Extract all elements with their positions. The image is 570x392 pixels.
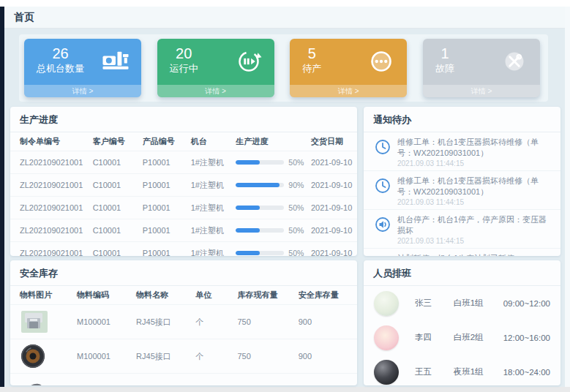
table-row[interactable]: M100001 RJ45接口 个 750 900 (10, 373, 357, 385)
panel-title: 生产进度 (10, 107, 357, 132)
column-header-order-no: 制令单编号 (10, 132, 91, 151)
stat-card-fault[interactable]: 1 故障 详情 > (423, 39, 540, 97)
running-icon (234, 47, 263, 76)
table-row[interactable]: ZL202109021001 C10001 P10001 1#注塑机 90% 2… (10, 173, 357, 196)
stat-label: 待产 (302, 62, 321, 75)
delivery-date-cell: 2021-09-10 (309, 241, 357, 256)
customer-no-cell: C10001 (91, 151, 140, 173)
page-header: 首页 (4, 7, 565, 29)
notification-text: 维修工单：机台1变压器损坏待维修（单号：WX202109031001） (397, 176, 552, 197)
stat-cards-panel: 26 总机台数量 详情 > 20 运行中 (19, 34, 548, 102)
stat-card-total-machines[interactable]: 26 总机台数量 详情 > (24, 39, 141, 97)
schedule-row[interactable]: 张三 白班1组 09:00~12:00 (364, 286, 560, 320)
machine-icon (101, 47, 130, 76)
table-row[interactable]: ZL202109021001 C10001 P10001 1#注塑机 50% 2… (10, 219, 357, 241)
stat-text: 5 待产 (302, 45, 321, 75)
item-image-cell (10, 339, 75, 373)
shift-label: 夜班1组 (454, 366, 503, 377)
panel-title: 人员排班 (364, 260, 560, 286)
safety-stock-cell: 900 (296, 339, 357, 373)
progress-cell: 50% (233, 151, 309, 173)
schedule-row[interactable]: 李四 白班2组 12:00~16:00 (364, 320, 560, 355)
progress-percent: 50% (288, 249, 304, 256)
progress-bar (236, 251, 284, 255)
current-stock-cell: 750 (235, 373, 296, 385)
delivery-date-cell: 2021-09-10 (309, 219, 357, 241)
notification-item[interactable]: 计划暂停：机台1生产计划已暂停 2021.09.03 11:44:15 (364, 248, 560, 256)
column-header-item-image: 物料图片 (10, 286, 75, 304)
stat-card-detail-link[interactable]: 详情 > (423, 85, 540, 97)
column-header-unit: 单位 (193, 286, 235, 304)
dashboard-screen: 首页 26 总机台数量 详情 > 20 (0, 0, 570, 392)
personnel-schedule-panel: 人员排班 张三 白班1组 09:00~12:00 李四 白班2组 12:00~1… (364, 260, 560, 385)
notification-body: 维修工单：机台1变压器损坏待维修（单号：WX202109031001） 2021… (397, 137, 552, 167)
progress-bar (236, 183, 284, 187)
column-header-delivery-date: 交货日期 (309, 132, 357, 151)
item-name-cell: RJ45接口 (134, 339, 193, 373)
speaker-side-image (20, 377, 72, 385)
notifications-panel: 通知待办 维修工单：机台1变压器损坏待维修（单号：WX202109031001）… (364, 107, 560, 256)
item-name-cell: RJ45接口 (134, 304, 193, 339)
speaker-icon (374, 255, 391, 256)
progress-bar (236, 160, 284, 165)
table-row[interactable]: ZL202109021001 C10001 P10001 1#注塑机 50% 2… (10, 196, 357, 219)
top-edge (0, 0, 570, 7)
schedule-row[interactable]: 王五 夜班1组 18:00~24:00 (364, 355, 560, 385)
notification-timestamp: 2021.09.03 11:44:15 (397, 237, 552, 245)
stat-text: 26 总机台数量 (37, 45, 84, 75)
customer-no-cell: C10001 (91, 241, 140, 256)
stat-card-pending[interactable]: 5 待产 详情 > (290, 39, 407, 97)
column-header-current-stock: 库存现有量 (235, 286, 296, 304)
tools-icon (500, 47, 529, 76)
notification-item[interactable]: 维修工单：机台1变压器损坏待维修（单号：WX202109031001） 2021… (364, 132, 560, 170)
stat-text: 20 运行中 (170, 45, 198, 75)
table-row[interactable]: ZL202109021001 C10001 P10001 1#注塑机 50% 2… (10, 241, 357, 256)
production-progress-panel: 生产进度 制令单编号 客户编号 产品编号 机台 生产进度 交货日期 ZL2021… (10, 107, 357, 256)
production-table: 制令单编号 客户编号 产品编号 机台 生产进度 交货日期 ZL202109021… (10, 132, 357, 256)
progress-cell: 90% (233, 173, 309, 196)
panel-title: 通知待办 (364, 107, 560, 132)
stat-card-detail-link[interactable]: 详情 > (290, 85, 407, 97)
stat-value: 20 (176, 45, 192, 62)
person-name: 张三 (415, 298, 454, 309)
progress-bar (236, 228, 284, 233)
table-row[interactable]: ZL202109021001 C10001 P10001 1#注塑机 50% 2… (10, 151, 357, 173)
order-no-cell: ZL202109021001 (10, 173, 91, 196)
table-row[interactable]: M100001 RJ45接口 个 750 900 (10, 304, 357, 339)
notification-item[interactable]: 机台停产：机台1停产，停产原因：变压器损坏 2021.09.03 11:44:1… (364, 209, 560, 248)
product-no-cell: P10001 (140, 151, 189, 173)
sidebar-edge (0, 7, 4, 387)
column-header-item-name: 物料名称 (134, 286, 193, 304)
current-stock-cell: 750 (235, 304, 296, 339)
scrollbar[interactable] (565, 7, 570, 387)
item-code-cell: M100001 (75, 304, 134, 339)
rj45-connector-image (20, 309, 72, 334)
stat-value: 1 (440, 45, 449, 62)
notification-timestamp: 2021.09.03 11:44:15 (397, 198, 552, 206)
table-row[interactable]: M100001 RJ45接口 个 750 900 (10, 339, 357, 373)
stat-label: 故障 (435, 62, 454, 75)
item-image-cell (10, 373, 75, 385)
order-no-cell: ZL202109021001 (10, 241, 91, 256)
stat-card-detail-link[interactable]: 详情 > (157, 85, 274, 97)
speaker-front-image (20, 343, 72, 369)
progress-bar (236, 206, 284, 210)
table-header-row: 制令单编号 客户编号 产品编号 机台 生产进度 交货日期 (10, 132, 357, 151)
inventory-table: 物料图片 物料编码 物料名称 单位 库存现有量 安全库存量 (10, 286, 357, 385)
avatar (374, 291, 399, 316)
speaker-icon (374, 216, 391, 233)
progress-cell: 50% (233, 196, 309, 219)
person-name: 王五 (415, 366, 454, 377)
column-header-progress: 生产进度 (233, 132, 309, 151)
shift-time-range: 12:00~16:00 (503, 333, 550, 342)
notification-body: 计划暂停：机台1生产计划已暂停 2021.09.03 11:44:15 (397, 253, 514, 256)
safety-stock-cell: 900 (296, 304, 357, 339)
delivery-date-cell: 2021-09-10 (309, 173, 357, 196)
stat-card-detail-link[interactable]: 详情 > (24, 85, 141, 97)
notification-body: 机台停产：机台1停产，停产原因：变压器损坏 2021.09.03 11:44:1… (397, 214, 552, 245)
progress-cell: 50% (233, 219, 309, 241)
notification-item[interactable]: 维修工单：机台1变压器损坏待维修（单号：WX202109031001） 2021… (364, 170, 560, 209)
stat-card-running[interactable]: 20 运行中 详情 > (157, 39, 274, 97)
safety-stock-panel: 安全库存 物料图片 物料编码 物料名称 单位 库存现有量 安全库存量 (10, 260, 357, 385)
stat-value: 5 (308, 45, 316, 62)
